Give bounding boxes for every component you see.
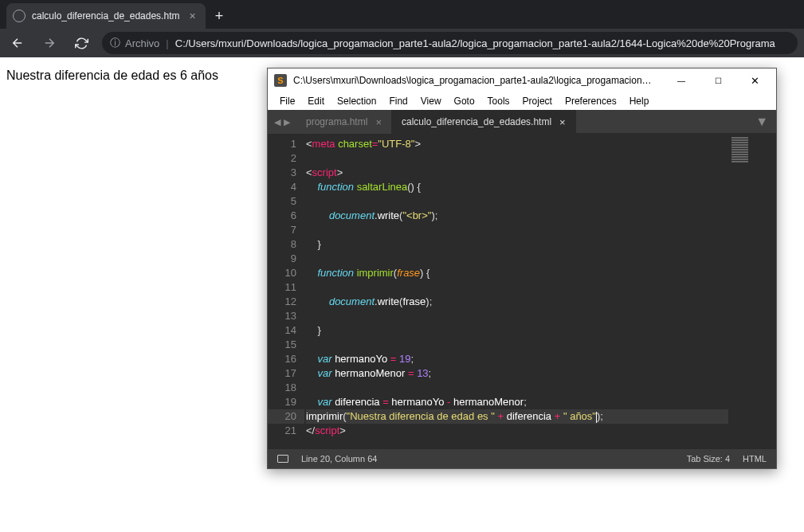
tab-size[interactable]: Tab Size: 4 (687, 454, 730, 464)
editor-tab-programa[interactable]: programa.html × (296, 110, 392, 134)
menu-goto[interactable]: Goto (449, 94, 480, 108)
browser-toolbar: ⓘ Archivo | C:/Users/mxuri/Downloads/log… (0, 29, 804, 57)
new-tab-button[interactable]: + (206, 3, 233, 29)
url-text: C:/Users/mxuri/Downloads/logica_progamac… (175, 37, 775, 49)
line-gutter: 123456789101112131415161718192021 (268, 134, 304, 449)
menu-tools[interactable]: Tools (482, 94, 516, 108)
sublime-window: S C:\Users\mxuri\Downloads\logica_progam… (267, 68, 777, 469)
editor-area[interactable]: 123456789101112131415161718192021 <meta … (268, 134, 776, 449)
status-bar: Line 20, Column 64 Tab Size: 4 HTML (268, 449, 776, 468)
site-info-icon[interactable]: ⓘ Archivo (110, 36, 159, 50)
reload-button[interactable] (70, 32, 92, 54)
menu-view[interactable]: View (415, 94, 447, 108)
tab-history-nav[interactable]: ◀▶ (268, 110, 296, 134)
menu-selection[interactable]: Selection (331, 94, 382, 108)
menu-edit[interactable]: Edit (302, 94, 330, 108)
cursor-position[interactable]: Line 20, Column 64 (301, 454, 377, 464)
editor-tab-bar: ◀▶ programa.html × calculo_diferencia_de… (268, 110, 776, 134)
close-icon[interactable]: × (559, 116, 566, 128)
minimize-button[interactable]: — (663, 68, 700, 92)
panel-icon[interactable] (277, 455, 288, 463)
forward-button[interactable] (38, 32, 61, 54)
menu-preferences[interactable]: Preferences (559, 94, 622, 108)
syntax-mode[interactable]: HTML (743, 454, 767, 464)
close-icon[interactable]: × (186, 10, 198, 22)
maximize-button[interactable]: ☐ (700, 68, 736, 92)
menu-project[interactable]: Project (517, 94, 558, 108)
menu-file[interactable]: File (274, 94, 300, 108)
address-bar[interactable]: ⓘ Archivo | C:/Users/mxuri/Downloads/log… (102, 32, 798, 54)
chevron-down-icon[interactable]: ▼ (755, 115, 768, 129)
editor-tab-calculo[interactable]: calculo_diferencia_de_edades.html × (392, 110, 576, 134)
output-text: Nuestra diferencia de edad es 6 años (6, 68, 218, 82)
browser-tab-active[interactable]: calculo_diferencia_de_edades.htm × (6, 3, 206, 29)
menu-bar: File Edit Selection Find View Goto Tools… (268, 92, 776, 110)
tab-title: calculo_diferencia_de_edades.htm (32, 10, 179, 22)
close-button[interactable]: ✕ (736, 68, 773, 92)
window-title: C:\Users\mxuri\Downloads\logica_progamac… (293, 75, 657, 86)
back-button[interactable] (6, 32, 29, 54)
globe-icon (13, 10, 25, 22)
close-icon[interactable]: × (375, 116, 382, 128)
minimap[interactable] (728, 134, 776, 449)
browser-tab-strip: calculo_diferencia_de_edades.htm × + (0, 0, 804, 29)
sublime-icon: S (274, 74, 287, 87)
menu-find[interactable]: Find (383, 94, 413, 108)
menu-help[interactable]: Help (624, 94, 655, 108)
code-area[interactable]: <meta charset="UTF-8"> <script> function… (304, 134, 728, 449)
titlebar[interactable]: S C:\Users\mxuri\Downloads\logica_progam… (268, 68, 776, 92)
